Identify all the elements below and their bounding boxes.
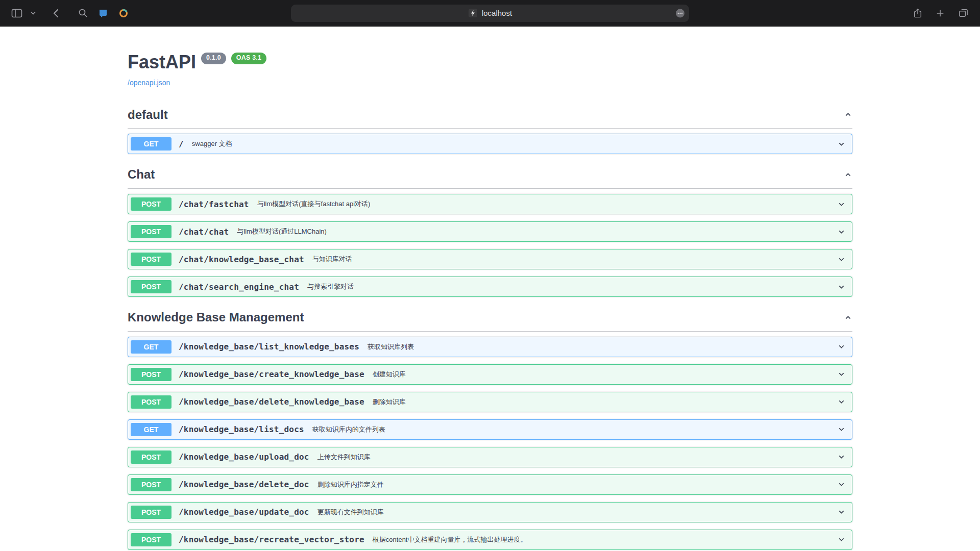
method-badge: POST	[131, 395, 172, 409]
method-badge: POST	[131, 280, 172, 293]
expand-operation-icon[interactable]	[837, 342, 846, 351]
extension-ring-icon[interactable]	[115, 5, 132, 21]
url-text: localhost	[482, 9, 512, 17]
section-operations: POST /chat/fastchat 与llm模型对话(直接与fastchat…	[128, 194, 852, 297]
section-header[interactable]: Knowledge Base Management	[128, 304, 852, 332]
method-badge: POST	[131, 368, 172, 381]
expand-operation-icon[interactable]	[837, 228, 846, 236]
operation-path: /	[179, 139, 184, 149]
oas-badge: OAS 3.1	[231, 53, 266, 64]
api-section: Knowledge Base Management GET /knowledge…	[128, 304, 852, 550]
expand-operation-icon[interactable]	[837, 425, 846, 434]
expand-operation-icon[interactable]	[837, 370, 846, 379]
sidebar-toggle-button[interactable]	[8, 6, 26, 21]
operation-path: /knowledge_base/delete_knowledge_base	[179, 397, 364, 407]
operation-row[interactable]: POST /knowledge_base/upload_doc 上传文件到知识库	[128, 447, 852, 467]
operation-summary: 删除知识库	[373, 397, 406, 407]
operation-summary: 根据content中文档重建向量库，流式输出处理进度。	[373, 535, 527, 544]
operation-path: /chat/knowledge_base_chat	[179, 255, 304, 264]
section-header[interactable]: default	[128, 102, 852, 129]
operation-summary: 获取知识库列表	[368, 342, 414, 352]
operation-summary: 删除知识库内指定文件	[317, 480, 384, 489]
version-badge: 0.1.0	[201, 53, 226, 64]
expand-operation-icon[interactable]	[837, 140, 846, 148]
page-more-icon[interactable]	[675, 8, 685, 18]
operation-row[interactable]: GET / swagger 文档	[128, 134, 852, 154]
operation-row[interactable]: POST /knowledge_base/update_doc 更新现有文件到知…	[128, 502, 852, 522]
operation-summary: swagger 文档	[192, 139, 232, 148]
operation-row[interactable]: GET /knowledge_base/list_docs 获取知识库内的文件列…	[128, 419, 852, 440]
share-button[interactable]	[910, 5, 925, 22]
expand-operation-icon[interactable]	[837, 453, 846, 461]
operation-path: /chat/fastchat	[179, 199, 249, 209]
extension-blue-icon[interactable]	[95, 5, 111, 21]
operation-summary: 创建知识库	[373, 370, 406, 379]
operation-path: /knowledge_base/delete_doc	[179, 480, 309, 489]
swagger-page: FastAPI 0.1.0 OAS 3.1 /openapi.json defa…	[117, 27, 863, 550]
method-badge: POST	[131, 506, 172, 519]
collapse-section-icon[interactable]	[844, 110, 852, 119]
section-title: Chat	[128, 167, 155, 182]
section-operations: GET /knowledge_base/list_knowledge_bases…	[128, 337, 852, 550]
operation-summary: 上传文件到知识库	[317, 453, 371, 462]
method-badge: POST	[131, 197, 172, 211]
operation-path: /knowledge_base/create_knowledge_base	[179, 369, 364, 379]
api-section: Chat POST /chat/fastchat 与llm模型对话(直接与fas…	[128, 161, 852, 297]
operation-path: /chat/search_engine_chat	[179, 282, 299, 292]
api-title-text: FastAPI	[128, 52, 196, 72]
operation-path: /chat/chat	[179, 227, 229, 237]
operation-row[interactable]: GET /knowledge_base/list_knowledge_bases…	[128, 337, 852, 357]
openapi-json-link[interactable]: /openapi.json	[128, 79, 170, 87]
api-sections: default GET / swagger 文档 Chat POST /chat…	[128, 102, 852, 550]
expand-operation-icon[interactable]	[837, 283, 846, 291]
method-badge: GET	[131, 137, 172, 151]
back-button[interactable]	[50, 6, 62, 21]
expand-operation-icon[interactable]	[837, 255, 846, 264]
expand-operation-icon[interactable]	[837, 535, 846, 544]
section-operations: GET / swagger 文档	[128, 134, 852, 154]
browser-toolbar: localhost	[0, 0, 980, 27]
operation-path: /knowledge_base/recreate_vector_store	[179, 535, 364, 544]
site-favicon	[468, 8, 478, 18]
operation-row[interactable]: POST /knowledge_base/delete_doc 删除知识库内指定…	[128, 474, 852, 495]
operation-summary: 与知识库对话	[312, 255, 352, 264]
new-tab-button[interactable]	[933, 6, 948, 21]
section-title: Knowledge Base Management	[128, 310, 304, 325]
operation-row[interactable]: POST /chat/fastchat 与llm模型对话(直接与fastchat…	[128, 194, 852, 214]
method-badge: POST	[131, 450, 172, 464]
section-title: default	[128, 108, 168, 122]
operation-row[interactable]: POST /chat/chat 与llm模型对话(通过LLMChain)	[128, 221, 852, 242]
operation-row[interactable]: POST /knowledge_base/delete_knowledge_ba…	[128, 392, 852, 412]
collapse-section-icon[interactable]	[844, 313, 852, 322]
page-title: FastAPI 0.1.0 OAS 3.1	[128, 52, 852, 72]
operation-summary: 获取知识库内的文件列表	[312, 425, 385, 434]
operation-summary: 更新现有文件到知识库	[317, 508, 384, 517]
operation-row[interactable]: POST /chat/knowledge_base_chat 与知识库对话	[128, 249, 852, 269]
method-badge: POST	[131, 225, 172, 238]
api-section: default GET / swagger 文档	[128, 102, 852, 155]
operation-row[interactable]: POST /knowledge_base/create_knowledge_ba…	[128, 364, 852, 385]
method-badge: POST	[131, 533, 172, 546]
operation-row[interactable]: POST /chat/search_engine_chat 与搜索引擎对话	[128, 277, 852, 297]
collapse-section-icon[interactable]	[844, 170, 852, 179]
expand-operation-icon[interactable]	[837, 480, 846, 489]
api-info: FastAPI 0.1.0 OAS 3.1 /openapi.json	[128, 27, 852, 102]
method-badge: GET	[131, 423, 172, 436]
operation-summary: 与llm模型对话(直接与fastchat api对话)	[257, 199, 371, 209]
operation-path: /knowledge_base/upload_doc	[179, 452, 309, 462]
operation-row[interactable]: POST /knowledge_base/recreate_vector_sto…	[128, 530, 852, 550]
sidebar-chevron-icon[interactable]	[30, 8, 37, 18]
operation-summary: 与搜索引擎对话	[307, 282, 354, 291]
method-badge: GET	[131, 340, 172, 354]
address-bar[interactable]: localhost	[291, 5, 689, 22]
search-button[interactable]	[75, 5, 91, 21]
operation-path: /knowledge_base/list_docs	[179, 424, 304, 434]
operation-summary: 与llm模型对话(通过LLMChain)	[237, 227, 327, 236]
expand-operation-icon[interactable]	[837, 397, 846, 406]
method-badge: POST	[131, 478, 172, 491]
expand-operation-icon[interactable]	[837, 508, 846, 516]
section-header[interactable]: Chat	[128, 161, 852, 189]
tab-overview-button[interactable]	[955, 5, 972, 21]
expand-operation-icon[interactable]	[837, 200, 846, 209]
operation-path: /knowledge_base/list_knowledge_bases	[179, 342, 359, 352]
